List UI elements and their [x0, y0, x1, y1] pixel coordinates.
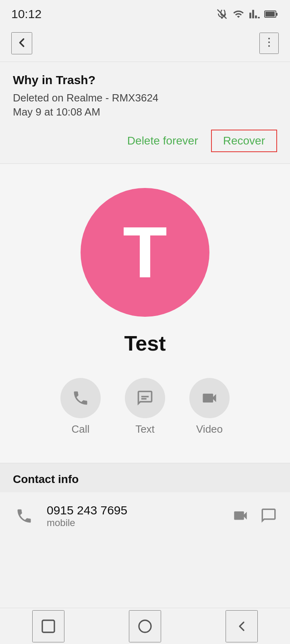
nav-back-button[interactable]: [226, 610, 258, 642]
phone-quick-actions: [232, 507, 277, 525]
trash-title: Why in Trash?: [13, 73, 277, 87]
svg-rect-3: [265, 12, 275, 17]
delete-forever-button[interactable]: Delete forever: [127, 134, 198, 147]
nav-recent-button[interactable]: [32, 610, 64, 642]
phone-number: 0915 243 7695: [47, 504, 221, 517]
battery-icon: [264, 9, 279, 19]
contact-section: T Test Call Text: [0, 164, 290, 463]
svg-point-5: [268, 41, 270, 43]
call-action[interactable]: Call: [60, 378, 101, 436]
svg-rect-2: [276, 13, 278, 16]
video-circle: [189, 378, 230, 418]
video-action[interactable]: Video: [189, 378, 230, 436]
triangle-icon: [234, 618, 250, 634]
contact-info-header: Contact info: [0, 463, 290, 492]
recover-button[interactable]: Recover: [211, 130, 277, 152]
contact-name: Test: [124, 331, 166, 355]
phone-message-button[interactable]: [260, 507, 277, 525]
nav-home-button[interactable]: [129, 610, 161, 642]
call-label: Call: [72, 423, 90, 436]
avatar: T: [81, 188, 209, 317]
trash-date: May 9 at 10:08 AM: [13, 106, 277, 118]
circle-icon: [137, 618, 153, 634]
phone-row: 0915 243 7695 mobile: [0, 492, 290, 540]
signal-icon: [249, 8, 260, 20]
wifi-icon: [232, 8, 245, 20]
call-circle: [60, 378, 101, 418]
top-bar: [0, 25, 290, 62]
action-row: Call Text Video: [13, 372, 277, 450]
phone-icon-wrap: [13, 507, 35, 525]
trash-actions: Delete forever Recover: [13, 130, 277, 154]
status-icons: [216, 8, 279, 20]
text-circle: [125, 378, 165, 418]
mute-icon: [216, 8, 228, 20]
phone-info: 0915 243 7695 mobile: [47, 504, 221, 528]
square-icon: [40, 618, 56, 634]
svg-point-4: [268, 38, 270, 39]
status-time: 10:12: [11, 7, 41, 21]
avatar-letter: T: [123, 216, 167, 289]
trash-device: Deleted on Realme - RMX3624: [13, 92, 277, 104]
phone-video-button[interactable]: [232, 507, 249, 525]
more-button[interactable]: [259, 33, 279, 54]
bottom-nav: [0, 608, 290, 644]
bottom-spacer: [0, 540, 290, 580]
video-label: Video: [196, 423, 223, 436]
text-label: Text: [135, 423, 155, 436]
trash-info-section: Why in Trash? Deleted on Realme - RMX362…: [0, 62, 290, 163]
status-bar: 10:12: [0, 0, 290, 25]
video-call-icon: [232, 507, 249, 524]
contact-info-title: Contact info: [13, 473, 79, 485]
svg-point-6: [268, 45, 270, 47]
phone-type: mobile: [47, 517, 221, 528]
phone-icon: [15, 507, 33, 525]
svg-point-8: [139, 620, 151, 632]
text-action[interactable]: Text: [125, 378, 165, 436]
back-button[interactable]: [11, 32, 32, 54]
message-icon: [260, 507, 277, 524]
svg-rect-7: [42, 620, 54, 632]
